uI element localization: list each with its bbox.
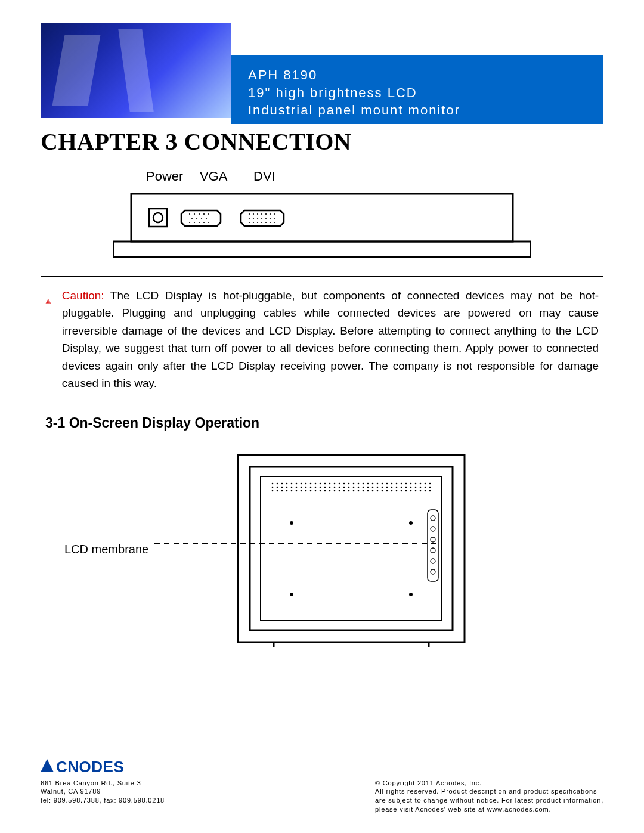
svg-point-109 xyxy=(415,486,417,488)
svg-point-69 xyxy=(386,482,388,484)
svg-point-75 xyxy=(415,482,417,484)
svg-point-27 xyxy=(257,218,258,219)
svg-point-54 xyxy=(315,482,317,484)
product-model: APH 8190 xyxy=(248,66,603,84)
svg-point-67 xyxy=(377,482,379,484)
svg-point-45 xyxy=(272,482,274,484)
svg-point-71 xyxy=(396,482,398,484)
svg-point-130 xyxy=(353,490,355,491)
svg-point-63 xyxy=(358,482,360,484)
svg-point-119 xyxy=(301,490,302,491)
svg-point-132 xyxy=(363,490,364,491)
svg-point-21 xyxy=(261,213,262,215)
front-diagram-area: LCD membrane xyxy=(41,451,603,648)
svg-point-25 xyxy=(249,218,250,219)
caution-body: The LCD Display is hot-pluggable, but co… xyxy=(62,289,599,389)
svg-point-147 xyxy=(290,521,293,525)
svg-point-127 xyxy=(339,490,340,491)
port-label-dvi: DVI xyxy=(253,170,275,184)
svg-point-97 xyxy=(358,486,360,488)
product-desc-1: 19" high brightness LCD xyxy=(248,84,603,102)
footer-rights-2: are subject to change without notice. Fo… xyxy=(375,796,603,805)
svg-point-85 xyxy=(301,486,302,488)
svg-point-17 xyxy=(208,222,209,223)
caution-text: Caution: The LCD Display is hot-pluggabl… xyxy=(62,287,599,392)
svg-point-125 xyxy=(329,490,331,491)
svg-point-81 xyxy=(281,486,283,488)
svg-point-131 xyxy=(358,490,360,491)
svg-point-68 xyxy=(382,482,383,484)
svg-point-7 xyxy=(203,213,205,215)
svg-point-60 xyxy=(343,482,345,484)
svg-point-158 xyxy=(431,559,435,563)
svg-point-19 xyxy=(253,213,254,215)
svg-point-46 xyxy=(277,482,278,484)
svg-point-112 xyxy=(429,486,431,488)
svg-point-134 xyxy=(372,490,374,491)
svg-point-55 xyxy=(320,482,321,484)
section-3-1-heading: 3-1 On-Screen Display Operation xyxy=(41,415,603,431)
svg-point-104 xyxy=(391,486,393,488)
svg-point-77 xyxy=(425,482,426,484)
svg-rect-2 xyxy=(149,209,167,227)
svg-point-150 xyxy=(409,593,413,596)
svg-point-70 xyxy=(391,482,393,484)
svg-point-113 xyxy=(272,490,274,491)
svg-point-103 xyxy=(386,486,388,488)
svg-point-83 xyxy=(291,486,293,488)
warning-icon xyxy=(45,287,51,315)
svg-point-154 xyxy=(431,516,435,521)
svg-point-11 xyxy=(201,218,202,219)
svg-point-144 xyxy=(420,490,422,491)
svg-point-159 xyxy=(431,569,435,574)
svg-point-64 xyxy=(363,482,364,484)
svg-rect-44 xyxy=(261,476,442,621)
svg-point-141 xyxy=(405,490,407,491)
svg-point-84 xyxy=(296,486,298,488)
svg-point-4 xyxy=(189,213,190,215)
svg-point-140 xyxy=(401,490,402,491)
svg-point-106 xyxy=(401,486,402,488)
banner-title-block: APH 8190 19" high brightness LCD Industr… xyxy=(231,55,603,124)
svg-point-8 xyxy=(208,213,209,215)
svg-point-128 xyxy=(343,490,345,491)
svg-point-38 xyxy=(274,222,275,223)
svg-point-48 xyxy=(286,482,288,484)
svg-point-50 xyxy=(296,482,298,484)
footer-address-line2: Walnut, CA 91789 xyxy=(41,787,165,796)
svg-point-92 xyxy=(334,486,336,488)
caution-block: Caution: The LCD Display is hot-pluggabl… xyxy=(41,283,603,392)
svg-point-93 xyxy=(339,486,340,488)
chapter-heading: CHAPTER 3 CONNECTION xyxy=(41,128,603,156)
svg-point-126 xyxy=(334,490,336,491)
svg-point-124 xyxy=(324,490,326,491)
svg-point-26 xyxy=(253,218,254,219)
svg-point-146 xyxy=(429,490,431,491)
monitor-front-diagram xyxy=(154,451,536,648)
svg-point-37 xyxy=(270,222,271,223)
svg-point-53 xyxy=(310,482,312,484)
svg-point-22 xyxy=(265,213,267,215)
svg-point-118 xyxy=(296,490,298,491)
footer-address: 661 Brea Canyon Rd., Suite 3 Walnut, CA … xyxy=(41,779,165,814)
svg-point-16 xyxy=(203,222,205,223)
svg-point-40 xyxy=(48,302,48,303)
svg-point-73 xyxy=(405,482,407,484)
svg-point-155 xyxy=(431,527,435,531)
svg-point-36 xyxy=(265,222,267,223)
svg-rect-39 xyxy=(48,301,48,302)
svg-point-30 xyxy=(270,218,271,219)
svg-point-87 xyxy=(310,486,312,488)
svg-point-80 xyxy=(277,486,278,488)
svg-point-9 xyxy=(191,218,193,219)
svg-point-74 xyxy=(410,482,412,484)
svg-point-35 xyxy=(261,222,262,223)
brand-logo: CNODES xyxy=(41,758,603,776)
svg-point-12 xyxy=(206,218,207,219)
svg-point-94 xyxy=(343,486,345,488)
svg-point-20 xyxy=(257,213,258,215)
svg-point-13 xyxy=(189,222,190,223)
svg-point-143 xyxy=(415,490,417,491)
svg-point-100 xyxy=(372,486,374,488)
svg-point-61 xyxy=(348,482,350,484)
